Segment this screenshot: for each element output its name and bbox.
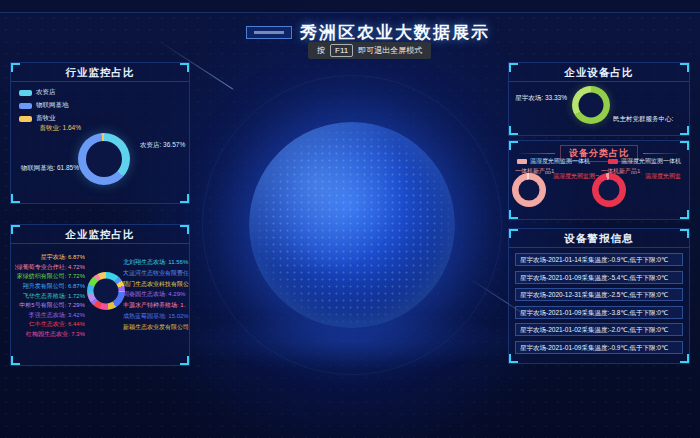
floor-glow bbox=[172, 312, 532, 370]
legend-item[interactable]: 畜牧业 bbox=[19, 114, 69, 123]
pie-label: 李强生态农场: 3.42% bbox=[15, 311, 85, 320]
label-livestock: 畜牧业: 1.64% bbox=[23, 124, 81, 133]
label-minzhu-center: 民主村党群服务中心: bbox=[613, 115, 689, 124]
alarm-row: 星宇农场-2021-01-09采集温度:-3.8℃,低于下限:0℃ bbox=[515, 306, 683, 319]
alarm-row: 星宇农场-2021-01-14采集温度:-0.9℃,低于下限:0℃ bbox=[515, 253, 683, 266]
panel-enterprise-title: 企业监控占比 bbox=[11, 225, 189, 244]
donut-hole bbox=[86, 141, 122, 177]
pie-label: 翔升发有限公司: 6.87% bbox=[15, 282, 85, 291]
alarm-row: 星宇农场-2021-01-09采集温度:-5.4℃,低于下限:0℃ bbox=[515, 271, 683, 284]
pie-label: 松绿葡萄专业合作社: 4.72% bbox=[15, 263, 85, 272]
panel-industry-monitor: 行业监控占比 农资店物联网基地畜牧业 畜牧业: 1.64% 农资店: 36.57… bbox=[10, 62, 190, 204]
legend-label: 温湿度光照监测一体机 bbox=[621, 157, 681, 166]
legend-label: 农资店 bbox=[36, 88, 56, 97]
pie-label: 大运河生态牧业有限责任公 bbox=[123, 269, 189, 278]
label-agri-store: 农资店: 36.57% bbox=[140, 141, 185, 150]
legend-swatch bbox=[19, 116, 32, 122]
f11-keycap: F11 bbox=[330, 44, 353, 57]
alarm-row: 星宇农场-2020-12-31采集温度:-2.5℃,低于下限:0℃ bbox=[515, 288, 683, 301]
enterprise-labels-right: 北刘翔生态农场: 11.56%大运河生态牧业有限责任公陆门生态农业科技有限公周巷… bbox=[123, 258, 189, 332]
alarm-list[interactable]: 星宇农场-2021-01-14采集温度:-0.9℃,低于下限:0℃星宇农场-20… bbox=[509, 248, 689, 354]
alarm-row: 星宇农场-2021-01-02采集温度:-2.0℃,低于下限:0℃ bbox=[515, 323, 683, 336]
pie-label: 成熟蓝莓园基地: 15.02% bbox=[123, 312, 189, 321]
device-class-donut-right[interactable] bbox=[592, 173, 626, 207]
donut-hole bbox=[519, 180, 540, 201]
donut-hole bbox=[94, 279, 119, 304]
panel-device-alarms: 设备警报信息 星宇农场-2021-01-14采集温度:-0.9℃,低于下限:0℃… bbox=[508, 228, 690, 364]
enterprise-donut-chart[interactable] bbox=[87, 272, 125, 310]
decor-line-right bbox=[643, 153, 679, 154]
label-xingyu-farm: 星宇农场: 33.33% bbox=[513, 94, 567, 103]
header: 秀洲区农业大数据展示 bbox=[246, 21, 490, 44]
pie-label: 丰源水产特种养殖场: 1. bbox=[123, 301, 189, 310]
label-main-device-left: 温湿度光照监测一 bbox=[553, 172, 599, 181]
industry-donut-chart[interactable] bbox=[78, 133, 130, 185]
pie-label: 中粮5号有限公司: 7.29% bbox=[15, 301, 85, 310]
panel-devices-title: 企业设备占比 bbox=[509, 63, 689, 82]
devices-donut-chart[interactable] bbox=[572, 86, 610, 124]
device-class-legend-left[interactable]: 温湿度光照监测一体机 bbox=[517, 157, 590, 166]
legend-swatch bbox=[517, 159, 527, 164]
legend-swatch bbox=[608, 159, 618, 164]
legend-label: 畜牧业 bbox=[36, 114, 56, 123]
dashboard-stage: 秀洲区农业大数据展示 按 F11 即可退出全屏模式 行业监控占比 农资店物联网基… bbox=[0, 0, 700, 438]
pie-label: 周巷园生态农场: 4.29% bbox=[123, 290, 189, 299]
pie-label: 星宇农场: 6.87% bbox=[15, 253, 85, 262]
panel-alarms-title: 设备警报信息 bbox=[509, 229, 689, 248]
pie-label: 北刘翔生态农场: 11.56% bbox=[123, 258, 189, 267]
decor-line-left bbox=[519, 153, 555, 154]
pie-label: 新颖生态农业发有限公司: 6.87% bbox=[123, 323, 189, 332]
page-title: 秀洲区农业大数据展示 bbox=[300, 21, 490, 44]
donut-hole bbox=[599, 180, 620, 201]
pie-label: 飞华生态养殖场: 1.72% bbox=[15, 292, 85, 301]
donut-hole bbox=[579, 93, 604, 118]
alarm-row: 星宇农场-2021-01-09采集温度:-0.9℃,低于下限:0℃ bbox=[515, 341, 683, 354]
enterprise-labels-left: 星宇农场: 6.87%松绿葡萄专业合作社: 4.72%家绿纺织有限公司: 7.7… bbox=[15, 253, 85, 339]
legend-swatch bbox=[19, 103, 32, 109]
fullscreen-tooltip: 按 F11 即可退出全屏模式 bbox=[308, 42, 431, 59]
pie-label: 陆门生态农业科技有限公 bbox=[123, 280, 189, 289]
tooltip-prefix: 按 bbox=[317, 45, 325, 56]
panel-enterprise-devices: 企业设备占比 星宇农场: 33.33% 民主村党群服务中心: bbox=[508, 62, 690, 136]
legend-label: 物联网基地 bbox=[36, 101, 69, 110]
label-main-device-right: 温湿度光照监 bbox=[645, 172, 689, 181]
device-class-donut-left[interactable] bbox=[512, 173, 546, 207]
panel-industry-title: 行业监控占比 bbox=[11, 63, 189, 82]
label-iot-base: 物联网基地: 61.85% bbox=[17, 164, 79, 173]
header-logo bbox=[246, 26, 292, 39]
pie-label: 家绿纺织有限公司: 7.72% bbox=[15, 272, 85, 281]
device-class-legend-right[interactable]: 温湿度光照监测一体机 bbox=[608, 157, 681, 166]
legend-item[interactable]: 农资店 bbox=[19, 88, 69, 97]
panel-enterprise-monitor: 企业监控占比 星宇农场: 6.87%松绿葡萄专业合作社: 4.72%家绿纺织有限… bbox=[10, 224, 190, 366]
industry-legend: 农资店物联网基地畜牧业 bbox=[19, 88, 69, 123]
pie-label: 红梅园生态农业: 7.3% bbox=[15, 330, 85, 339]
legend-swatch bbox=[19, 90, 32, 96]
earth-globe bbox=[249, 122, 455, 328]
panel-device-classification: 设备分类占比 温湿度光照监测一体机 温湿度光照监测一体机 一体机新产品1 一体机… bbox=[508, 140, 690, 220]
pie-label: 仁丰生态农业: 6.44% bbox=[15, 320, 85, 329]
legend-label: 温湿度光照监测一体机 bbox=[530, 157, 590, 166]
legend-item[interactable]: 物联网基地 bbox=[19, 101, 69, 110]
tooltip-suffix: 即可退出全屏模式 bbox=[358, 45, 422, 56]
